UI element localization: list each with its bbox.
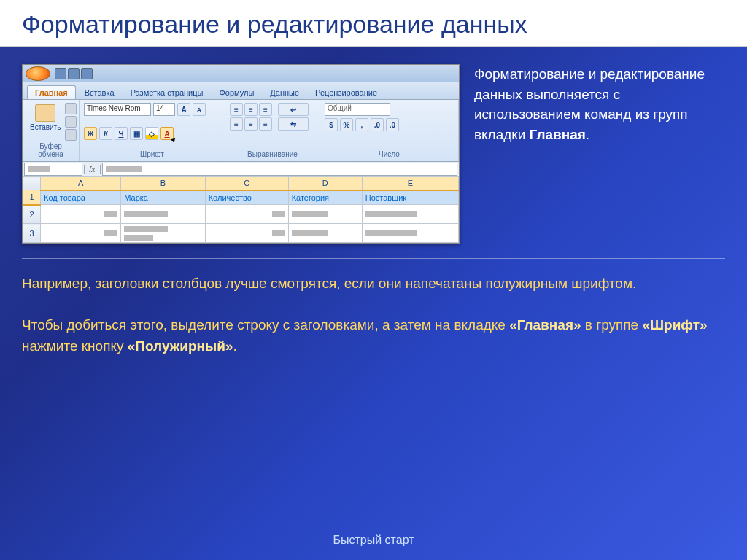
number-format-select[interactable]: Общий bbox=[325, 103, 390, 116]
shrink-font-icon[interactable]: A bbox=[193, 103, 206, 116]
col-header-a[interactable]: A bbox=[41, 177, 121, 190]
grow-font-icon[interactable]: A bbox=[177, 103, 190, 116]
row-header-1[interactable]: 1 bbox=[23, 190, 41, 205]
align-right-icon[interactable]: ≡ bbox=[259, 117, 272, 131]
cell-d2[interactable] bbox=[288, 205, 362, 224]
currency-icon[interactable]: $ bbox=[325, 118, 338, 131]
title-bar: Форматирование и редактирование данных bbox=[0, 0, 747, 47]
cell-a3[interactable] bbox=[41, 224, 121, 243]
bottom-p2-b3: «Полужирный» bbox=[128, 338, 233, 354]
select-all-corner[interactable] bbox=[23, 177, 41, 190]
save-icon[interactable] bbox=[55, 68, 66, 79]
ribbon: Вставить Буфер обмена Times New Rom bbox=[23, 100, 459, 162]
decrease-decimal-icon[interactable]: .0 bbox=[386, 118, 399, 131]
col-header-d[interactable]: D bbox=[288, 177, 362, 190]
col-header-e[interactable]: E bbox=[362, 177, 458, 190]
redo-icon[interactable] bbox=[81, 68, 93, 79]
table-row: 3 bbox=[23, 224, 459, 243]
group-number: Общий $ % , .0 .0 Число bbox=[320, 100, 459, 161]
font-name-select[interactable]: Times New Rom bbox=[84, 103, 151, 116]
bottom-p2: Чтобы добиться этого, выделите строку с … bbox=[22, 315, 725, 357]
align-center-icon[interactable]: ≡ bbox=[244, 117, 258, 131]
office-button-icon[interactable] bbox=[26, 66, 50, 81]
row-header-2[interactable]: 2 bbox=[23, 205, 41, 224]
increase-decimal-icon[interactable]: .0 bbox=[371, 118, 384, 131]
bottom-p1: Например, заголовки столбцов лучше смотр… bbox=[22, 273, 725, 295]
undo-icon[interactable] bbox=[68, 68, 80, 79]
bottom-p2-b2: «Шрифт» bbox=[642, 317, 707, 332]
cell-e3[interactable] bbox=[362, 224, 458, 243]
tab-home[interactable]: Главная bbox=[27, 85, 76, 99]
tab-page-layout[interactable]: Разметка страницы bbox=[123, 86, 211, 99]
bottom-p2-e: . bbox=[233, 338, 236, 354]
paste-label: Вставить bbox=[30, 123, 61, 131]
align-top-icon[interactable]: ≡ bbox=[230, 103, 243, 116]
format-painter-icon[interactable] bbox=[65, 129, 77, 141]
underline-button[interactable]: Ч bbox=[115, 127, 128, 140]
cell-c2[interactable] bbox=[205, 205, 288, 224]
wrap-text-icon[interactable]: ↩ bbox=[278, 103, 309, 116]
tab-review[interactable]: Рецензирование bbox=[308, 86, 384, 99]
group-clipboard-label: Буфер обмена bbox=[27, 142, 74, 158]
border-icon[interactable]: ▦ bbox=[130, 127, 143, 140]
group-align-label: Выравнивание bbox=[230, 150, 315, 158]
formula-input[interactable] bbox=[102, 163, 457, 176]
side-description: Форматирование и редактирование данных в… bbox=[474, 64, 725, 144]
ribbon-tabs: Главная Вставка Разметка страницы Формул… bbox=[23, 82, 459, 100]
group-alignment: ≡ ≡ ≡ ≡ ≡ ≡ ↩ ⇆ Выравнивание bbox=[225, 100, 320, 161]
font-size-select[interactable]: 14 bbox=[153, 103, 175, 116]
group-clipboard: Вставить Буфер обмена bbox=[23, 100, 80, 161]
spreadsheet-grid: A B C D E 1 Код товара Марка Количество … bbox=[23, 176, 459, 243]
tab-data[interactable]: Данные bbox=[263, 86, 306, 99]
bottom-p2-a: Чтобы добиться этого, выделите строку с … bbox=[22, 317, 509, 332]
bold-button[interactable]: Ж bbox=[84, 127, 97, 140]
col-header-c[interactable]: C bbox=[205, 177, 288, 190]
merge-icon[interactable]: ⇆ bbox=[278, 117, 309, 131]
tab-insert[interactable]: Вставка bbox=[77, 86, 122, 99]
cell-a2[interactable] bbox=[41, 205, 121, 224]
copy-icon[interactable] bbox=[65, 116, 77, 128]
bottom-description: Например, заголовки столбцов лучше смотр… bbox=[22, 258, 725, 357]
cell-d1[interactable]: Категория bbox=[288, 190, 362, 205]
formula-bar: fx bbox=[23, 162, 459, 176]
cell-b1[interactable]: Марка bbox=[121, 190, 205, 205]
group-font-label: Шрифт bbox=[84, 150, 220, 158]
group-font: Times New Rom 14 A A Ж К Ч ▦ ◇ A Шрифт bbox=[80, 100, 225, 161]
paste-icon bbox=[35, 104, 55, 122]
col-header-b[interactable]: B bbox=[121, 177, 205, 190]
paste-button[interactable]: Вставить bbox=[27, 103, 63, 141]
table-row: 1 Код товара Марка Количество Категория … bbox=[23, 190, 459, 205]
cell-c3[interactable] bbox=[205, 224, 288, 243]
fill-color-icon[interactable]: ◇ bbox=[145, 127, 158, 140]
excel-screenshot: Главная Вставка Разметка страницы Формул… bbox=[22, 64, 460, 244]
cell-e2[interactable] bbox=[362, 205, 458, 224]
cell-c1[interactable]: Количество bbox=[205, 190, 288, 205]
side-text-period: . bbox=[586, 127, 589, 142]
qat-separator bbox=[96, 68, 96, 79]
cell-a1[interactable]: Код товара bbox=[41, 190, 121, 205]
cell-e1[interactable]: Поставщик bbox=[362, 190, 458, 205]
align-middle-icon[interactable]: ≡ bbox=[244, 103, 258, 116]
row-header-3[interactable]: 3 bbox=[23, 224, 41, 243]
footer-text: Быстрый старт bbox=[0, 534, 747, 547]
table-row: 2 bbox=[23, 205, 459, 224]
fx-icon[interactable]: fx bbox=[84, 165, 101, 174]
slide-title: Форматирование и редактирование данных bbox=[22, 10, 725, 39]
side-text-bold: Главная bbox=[530, 127, 586, 142]
font-color-button[interactable]: A bbox=[160, 127, 174, 140]
align-bottom-icon[interactable]: ≡ bbox=[259, 103, 272, 116]
italic-button[interactable]: К bbox=[99, 127, 112, 140]
align-left-icon[interactable]: ≡ bbox=[230, 117, 243, 131]
cell-d3[interactable] bbox=[288, 224, 362, 243]
bottom-p2-c: в группе bbox=[581, 317, 643, 332]
cut-icon[interactable] bbox=[65, 103, 77, 114]
tab-formulas[interactable]: Формулы bbox=[212, 86, 261, 99]
bottom-p2-b1: «Главная» bbox=[509, 317, 581, 332]
cell-b3[interactable] bbox=[121, 224, 205, 243]
bottom-p2-d: нажмите кнопку bbox=[22, 338, 128, 354]
cell-b2[interactable] bbox=[121, 205, 205, 224]
quick-access-toolbar bbox=[23, 65, 459, 82]
name-box[interactable] bbox=[24, 163, 82, 176]
comma-icon[interactable]: , bbox=[355, 118, 368, 131]
percent-icon[interactable]: % bbox=[340, 118, 353, 131]
